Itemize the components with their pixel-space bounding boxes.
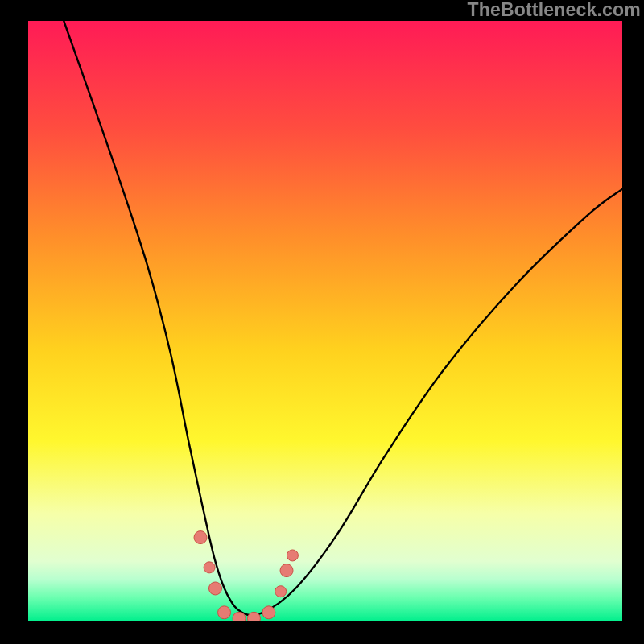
curve-marker (262, 606, 275, 619)
curve-marker (287, 550, 298, 561)
curve-marker (218, 606, 231, 619)
curve-layer (28, 21, 622, 621)
curve-marker (280, 564, 293, 577)
curve-marker (275, 586, 287, 597)
curve-marker (233, 612, 246, 621)
curve-marker (204, 562, 215, 573)
curve-marker (194, 531, 207, 544)
watermark-text: TheBottleneck.com (467, 0, 641, 21)
bottleneck-curve (64, 21, 622, 615)
frame: TheBottleneck.com (0, 0, 644, 644)
curve-marker (247, 612, 260, 621)
plot-area (28, 21, 622, 621)
curve-marker (208, 582, 221, 595)
curve-markers (194, 531, 298, 621)
